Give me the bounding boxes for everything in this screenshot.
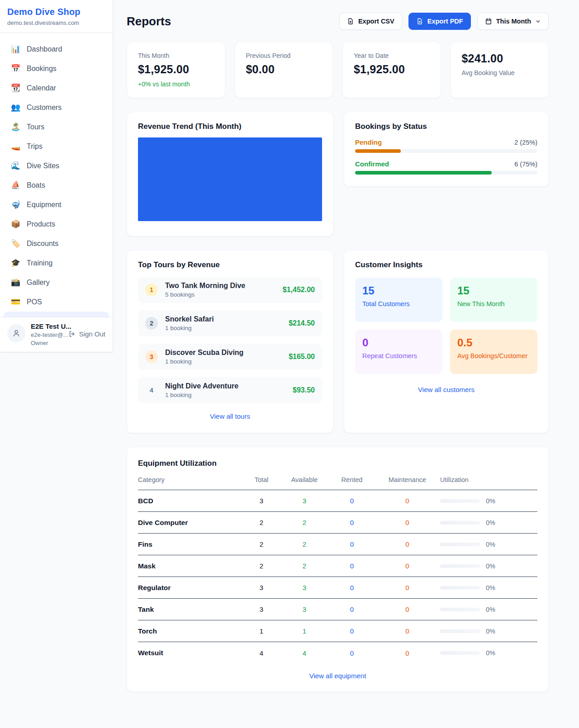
camera-icon: 📸 <box>11 279 20 286</box>
brand-name: Demo Dive Shop <box>7 7 105 17</box>
tile-repeat-customers: 0 Repeat Customers <box>355 330 442 374</box>
utilization-bar <box>440 499 480 503</box>
sidebar-nav: 📊Dashboard 📅Bookings 📆Calendar 👥Customer… <box>0 33 113 317</box>
sidebar-item-dashboard[interactable]: 📊Dashboard <box>4 39 109 59</box>
sidebar: Demo Dive Shop demo.test.divestreams.com… <box>0 0 113 352</box>
sidebar-item-pos[interactable]: 💳POS <box>4 292 109 312</box>
sidebar-item-dive-sites[interactable]: 🌊Dive Sites <box>4 156 109 175</box>
utilization-cell: 0% <box>440 497 537 505</box>
utilization-cell: 0% <box>440 628 537 635</box>
stat-delta: +0% vs last month <box>138 80 214 88</box>
sidebar-item-equipment[interactable]: 🤿Equipment <box>4 195 109 214</box>
view-all-customers-link[interactable]: View all customers <box>355 386 537 393</box>
table-row: Tank 3 3 0 0 0% <box>138 599 537 620</box>
stat-label: Year to Date <box>354 52 430 59</box>
equipment-utilization-title: Equipment Utilization <box>138 459 537 468</box>
view-all-tours-link[interactable]: View all tours <box>138 412 322 420</box>
sidebar-item-gallery[interactable]: 📸Gallery <box>4 273 109 292</box>
utilization-bar <box>440 586 480 590</box>
sidebar-item-boats[interactable]: ⛵Boats <box>4 175 109 195</box>
utilization-cell: 0% <box>440 541 537 548</box>
sidebar-item-customers[interactable]: 👥Customers <box>4 98 109 117</box>
table-header: Category Total Available Rented Maintena… <box>138 476 537 490</box>
sidebar-item-training[interactable]: 🎓Training <box>4 253 109 273</box>
sidebar-item-label: Dashboard <box>27 45 62 53</box>
progress-fill <box>355 171 492 175</box>
col-utilization: Utilization <box>440 476 537 483</box>
utilization-bar <box>440 629 480 633</box>
status-count: 6 (75%) <box>514 161 537 168</box>
status-count: 2 (25%) <box>514 139 537 146</box>
sidebar-item-label: Tours <box>27 123 44 131</box>
sidebar-item-trips[interactable]: 🚤Trips <box>4 137 109 156</box>
sidebar-item-reports[interactable]: 📈Reports <box>4 312 109 317</box>
diving-mask-icon: 🤿 <box>11 201 20 208</box>
sidebar-item-label: POS <box>27 298 42 306</box>
col-rented: Rented <box>329 476 375 483</box>
revenue-trend-title: Revenue Trend (This Month) <box>138 122 322 131</box>
sidebar-item-label: Trips <box>27 142 43 151</box>
tour-revenue: $93.50 <box>293 386 315 394</box>
sidebar-item-tours[interactable]: 🏝️Tours <box>4 117 109 137</box>
sign-out-button[interactable]: Sign Out <box>68 330 105 338</box>
col-category: Category <box>138 476 243 483</box>
tile-label: Avg Bookings/Customer <box>457 352 530 359</box>
insight-tiles: 15 Total Customers 15 New This Month 0 R… <box>355 278 537 374</box>
calendar-icon <box>485 18 492 25</box>
bookings-calendar-icon: 📅 <box>11 65 20 72</box>
tag-icon: 🏷️ <box>11 240 20 247</box>
tour-revenue: $1,452.00 <box>283 286 315 294</box>
utilization-bar <box>440 651 480 655</box>
bookings-by-status-title: Bookings by Status <box>355 122 537 131</box>
sidebar-item-calendar[interactable]: 📆Calendar <box>4 78 109 98</box>
sidebar-item-label: Discounts <box>27 240 58 248</box>
table-row: Dive Computer 2 2 0 0 0% <box>138 512 537 534</box>
tour-revenue: $165.00 <box>289 353 315 361</box>
stat-value: $241.00 <box>462 52 538 65</box>
sidebar-item-bookings[interactable]: 📅Bookings <box>4 59 109 78</box>
tour-row: 1 Two Tank Morning Dive5 bookings $1,452… <box>138 277 322 303</box>
sailboat-icon: ⛵ <box>11 181 20 189</box>
avatar <box>7 324 25 342</box>
table-row: BCD 3 3 0 0 0% <box>138 490 537 512</box>
tile-new-this-month: 15 New This Month <box>450 278 537 322</box>
chevron-down-icon <box>535 19 541 24</box>
utilization-bar <box>440 543 480 546</box>
export-csv-button[interactable]: Export CSV <box>339 13 402 30</box>
stat-value: $0.00 <box>246 63 322 76</box>
stat-card-previous-period: Previous Period $0.00 <box>235 42 333 98</box>
tour-row: 4 Night Dive Adventure1 booking $93.50 <box>138 377 322 403</box>
view-all-equipment-link[interactable]: View all equipment <box>138 672 537 680</box>
table-row: Fins 2 2 0 0 0% <box>138 534 537 555</box>
sidebar-item-products[interactable]: 📦Products <box>4 214 109 234</box>
tour-row: 3 Discover Scuba Diving1 booking $165.00 <box>138 344 322 370</box>
rank-badge: 1 <box>145 284 158 296</box>
brand: Demo Dive Shop demo.test.divestreams.com <box>0 0 113 33</box>
tile-value: 15 <box>457 284 530 297</box>
utilization-cell: 0% <box>440 649 537 657</box>
period-dropdown[interactable]: This Month <box>477 13 549 30</box>
tour-name: Snorkel Safari <box>165 315 281 323</box>
status-label: Confirmed <box>355 160 389 168</box>
export-pdf-button[interactable]: Export PDF <box>408 13 471 30</box>
header-actions: Export CSV Export PDF This Month <box>339 13 549 30</box>
tile-label: New This Month <box>457 300 530 307</box>
tour-name: Two Tank Morning Dive <box>165 282 275 290</box>
sidebar-item-label: Calendar <box>27 84 56 92</box>
sidebar-item-discounts[interactable]: 🏷️Discounts <box>4 234 109 253</box>
file-download-icon <box>347 18 354 25</box>
main-content: Reports Export CSV Export PDF This Month <box>113 0 579 710</box>
customers-icon: 👥 <box>11 104 20 111</box>
user-role: Owner <box>31 340 63 346</box>
stat-label: Avg Booking Value <box>462 69 538 76</box>
status-label: Pending <box>355 138 382 146</box>
charts-row: Revenue Trend (This Month) Bookings by S… <box>127 112 549 236</box>
utilization-cell: 0% <box>440 606 537 613</box>
tile-value: 0.5 <box>457 336 530 349</box>
progress-track <box>355 149 537 153</box>
tour-bookings: 1 booking <box>165 325 281 331</box>
col-available: Available <box>280 476 329 483</box>
equipment-utilization-card: Equipment Utilization Category Total Ava… <box>127 447 549 692</box>
wave-icon: 🌊 <box>11 162 20 170</box>
customer-insights-card: Customer Insights 15 Total Customers 15 … <box>344 250 549 433</box>
